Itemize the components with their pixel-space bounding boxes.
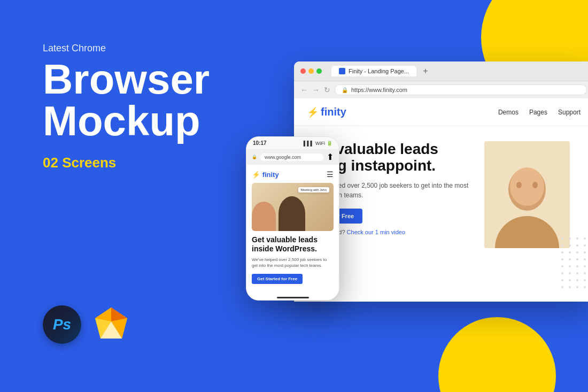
dot-decoration xyxy=(584,272,586,274)
dot-decoration xyxy=(576,286,578,288)
left-panel: Latest Chrome Browser Mockup 02 Screens xyxy=(43,43,267,203)
signal-icon: ▌▌▌ xyxy=(304,141,314,146)
address-input[interactable]: 🔒 https://www.finity.com xyxy=(335,84,587,95)
nav-pages[interactable]: Pages xyxy=(529,109,547,116)
forward-button[interactable]: → xyxy=(312,86,320,94)
svg-point-10 xyxy=(532,182,538,188)
dot-decoration xyxy=(576,251,578,253)
dot-decoration xyxy=(569,237,571,240)
dot-decoration xyxy=(584,237,586,240)
dot-decoration xyxy=(584,286,586,288)
site-nav: Demos Pages Support xyxy=(498,109,581,116)
dot-decoration xyxy=(569,286,571,288)
yellow-blob-bottom xyxy=(438,317,556,392)
mobile-hero-title: Get valuable leads inside WordPress. xyxy=(252,235,334,253)
browser-topbar: Finity - Landing Page... + xyxy=(294,62,588,81)
mobile-logo: ⚡ finity xyxy=(252,171,279,179)
dot-decoration xyxy=(561,286,563,288)
dot-decoration xyxy=(561,272,563,274)
main-title: Browser Mockup xyxy=(43,58,267,142)
dot-decoration xyxy=(584,279,586,281)
tab-title: Finity - Landing Page... xyxy=(349,68,409,74)
site-header: ⚡ finity Demos Pages Support xyxy=(294,98,588,126)
svg-point-8 xyxy=(510,167,544,206)
dot-decoration xyxy=(569,258,571,260)
dot-decoration xyxy=(584,258,586,260)
mobile-home-bar xyxy=(246,294,339,300)
new-tab-button[interactable]: + xyxy=(423,66,428,76)
person-1 xyxy=(252,202,276,231)
logo-icon: ⚡ xyxy=(307,106,319,118)
svg-point-9 xyxy=(516,182,522,188)
person-2 xyxy=(278,196,305,231)
wifi-icon: WiFi xyxy=(315,141,325,146)
mobile-time: 10:17 xyxy=(253,140,267,146)
hero-person-svg xyxy=(484,141,570,248)
mobile-logo-icon: ⚡ xyxy=(252,171,260,179)
mobile-logo-text: finity xyxy=(262,171,279,179)
browser-dots xyxy=(300,68,322,74)
mobile-site-header: ⚡ finity ☰ xyxy=(252,170,334,179)
hero-image xyxy=(484,141,570,248)
browser-tab[interactable]: Finity - Landing Page... xyxy=(331,66,416,76)
dot-decoration xyxy=(569,272,571,274)
dot-decoration xyxy=(561,237,563,240)
dot-decoration xyxy=(576,272,578,274)
mobile-status-icons: ▌▌▌ WiFi 🔋 xyxy=(304,141,332,146)
reload-button[interactable]: ↻ xyxy=(324,86,330,94)
dot-decoration xyxy=(561,244,563,247)
dot-decoration xyxy=(561,251,563,253)
dot-decoration xyxy=(576,279,578,281)
dot-decoration xyxy=(569,265,571,267)
dot-decoration xyxy=(576,237,578,240)
mobile-content: ⚡ finity ☰ Meeting with John Get valuabl… xyxy=(246,165,339,294)
dot-decoration xyxy=(569,279,571,281)
dot-decoration xyxy=(561,265,563,267)
mobile-share-icon: ⬆ xyxy=(327,152,334,162)
mobile-lock-icon: 🔒 xyxy=(252,155,257,159)
dot-decoration xyxy=(584,265,586,267)
url-text: https://www.finity.com xyxy=(351,87,407,93)
dot-decoration xyxy=(561,258,563,260)
title-line1: Browser xyxy=(43,58,267,100)
browser-addressbar: ← → ↻ 🔒 https://www.finity.com xyxy=(294,81,588,98)
dot-decoration xyxy=(576,265,578,267)
dot-decoration xyxy=(569,251,571,253)
dot-decoration xyxy=(561,279,563,281)
mobile-menu-icon[interactable]: ☰ xyxy=(327,170,334,179)
mobile-mockup: 10:17 ▌▌▌ WiFi 🔋 🔒 www.google.com ⬆ ⚡ fi… xyxy=(246,136,339,301)
tool-icons: Ps xyxy=(43,305,130,344)
dot-decoration xyxy=(584,244,586,247)
sketch-icon xyxy=(92,305,130,344)
dot-green xyxy=(316,68,322,74)
video-link-anchor[interactable]: Check our 1 min video xyxy=(347,229,405,235)
mobile-hero-image: Meeting with John xyxy=(252,183,334,231)
finity-logo: ⚡ finity xyxy=(307,106,346,118)
nav-demos[interactable]: Demos xyxy=(498,109,519,116)
mobile-cta-button[interactable]: Get Started for Free xyxy=(252,274,303,284)
back-button[interactable]: ← xyxy=(300,86,308,94)
mobile-url[interactable]: www.google.com xyxy=(260,153,323,161)
screens-label: 02 Screens xyxy=(43,155,267,171)
dot-decoration xyxy=(576,258,578,260)
photoshop-icon: Ps xyxy=(43,305,81,344)
title-line2: Mockup xyxy=(43,100,267,142)
battery-icon: 🔋 xyxy=(327,141,332,146)
mobile-addressbar: 🔒 www.google.com ⬆ xyxy=(246,149,339,165)
logo-text: finity xyxy=(321,106,346,118)
mobile-hero-desc: We've helped over 2,500 job seekers to g… xyxy=(252,257,334,268)
meeting-label: Meeting with John xyxy=(298,187,329,193)
tab-favicon xyxy=(339,68,345,74)
dot-decoration xyxy=(584,251,586,253)
lock-icon: 🔒 xyxy=(342,87,348,93)
nav-support[interactable]: Support xyxy=(558,109,581,116)
home-indicator xyxy=(277,297,309,298)
dot-yellow xyxy=(308,68,314,74)
dot-decoration xyxy=(576,244,578,247)
dot-decoration xyxy=(569,244,571,247)
subtitle-label: Latest Chrome xyxy=(43,43,267,54)
dot-red xyxy=(300,68,306,74)
mobile-statusbar: 10:17 ▌▌▌ WiFi 🔋 xyxy=(246,137,339,149)
mobile-people-illustration xyxy=(252,196,334,231)
